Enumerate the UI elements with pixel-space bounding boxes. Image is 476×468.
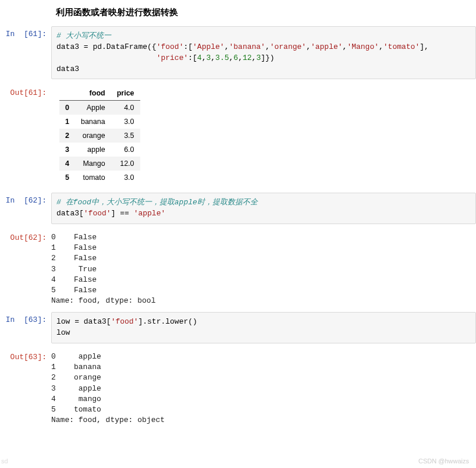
code-string: 'banana' — [229, 42, 265, 51]
code-string: 'food' — [157, 42, 184, 51]
code-text: :[ — [183, 42, 193, 51]
table-row: 3apple6.0 — [59, 143, 140, 157]
cell-61-output: Out[61]: food price 0Apple4.0 1banana3.0… — [0, 85, 476, 187]
table-row: 1banana3.0 — [59, 115, 140, 129]
code-text: low = data3[ — [56, 317, 111, 326]
text-output: 0 apple 1 banana 2 orange 3 apple 4 mang… — [51, 349, 476, 426]
code-number: 12 — [243, 54, 252, 62]
td-food: tomato — [75, 171, 111, 185]
notebook: 利用函数或者映射进行数据转换 In [61]: # 大小写不统一 data3 =… — [0, 0, 476, 443]
td-food: banana — [75, 115, 111, 129]
code-text: ]}) — [261, 54, 274, 62]
td-idx: 4 — [59, 157, 75, 171]
section-heading: 利用函数或者映射进行数据转换 — [56, 7, 476, 18]
cell-62-output: Out[62]: 0 False 1 False 2 False 3 True … — [0, 230, 476, 306]
code-number: 3.5 — [215, 54, 229, 62]
code-text: ].str.lower() — [138, 317, 197, 326]
code-text: low — [56, 328, 70, 337]
td-idx: 0 — [59, 101, 75, 115]
cell-63-input: In [63]: low = data3['food'].str.lower()… — [0, 312, 476, 343]
code-text: data3 = pd.DataFrame({ — [56, 42, 157, 51]
code-text — [56, 54, 157, 62]
code-block[interactable]: # 在food中，大小写不统一，提取apple时，提取数据不全 data3['f… — [51, 193, 476, 224]
table-header-row: food price — [59, 86, 140, 101]
table-row: 4Mango12.0 — [59, 157, 140, 171]
table-row: 2orange3.5 — [59, 129, 140, 143]
cell-63-output: Out[63]: 0 apple 1 banana 2 orange 3 app… — [0, 349, 476, 426]
td-food: orange — [75, 129, 111, 143]
dataframe-table: food price 0Apple4.0 1banana3.0 2orange3… — [59, 86, 140, 185]
in-prompt: In [61]: — [0, 26, 51, 38]
out-prompt: Out[63]: — [0, 349, 51, 361]
table-row: 0Apple4.0 — [59, 101, 140, 115]
td-idx: 2 — [59, 129, 75, 143]
code-string: 'food' — [111, 317, 138, 326]
code-text: ] == — [111, 209, 134, 218]
code-text: data3[ — [56, 209, 84, 218]
th-price: price — [111, 86, 140, 101]
code-string: 'apple' — [134, 209, 166, 218]
cell-62-input: In [62]: # 在food中，大小写不统一，提取apple时，提取数据不全… — [0, 193, 476, 224]
code-text: ], — [420, 42, 429, 51]
out-prompt: Out[61]: — [0, 85, 51, 97]
code-text: , — [379, 42, 383, 51]
code-text: , — [306, 42, 311, 51]
td-idx: 3 — [59, 143, 75, 157]
in-prompt: In [62]: — [0, 193, 51, 205]
code-text: data3 — [56, 65, 79, 73]
code-string: 'apple' — [311, 42, 343, 51]
code-text: , — [265, 42, 270, 51]
code-string: 'Mango' — [347, 42, 379, 51]
td-price: 3.0 — [111, 115, 140, 129]
th-index — [59, 86, 75, 101]
in-prompt: In [63]: — [0, 312, 51, 324]
code-number: 3 — [206, 54, 211, 62]
out-prompt: Out[62]: — [0, 230, 51, 242]
code-string: 'food' — [84, 209, 111, 218]
cell-61-input: In [61]: # 大小写不统一 data3 = pd.DataFrame({… — [0, 26, 476, 79]
code-string: 'tomato' — [383, 42, 420, 51]
code-number: 4 — [197, 54, 202, 62]
td-price: 6.0 — [111, 143, 140, 157]
td-price: 12.0 — [111, 157, 140, 171]
code-string: 'price' — [157, 54, 189, 62]
code-comment: # 大小写不统一 — [56, 31, 111, 40]
code-string: 'orange' — [270, 42, 306, 51]
text-output: 0 False 1 False 2 False 3 True 4 False 5… — [51, 230, 476, 306]
code-comment: # 在food中，大小写不统一，提取apple时，提取数据不全 — [56, 198, 258, 207]
code-block[interactable]: # 大小写不统一 data3 = pd.DataFrame({'food':['… — [51, 26, 476, 79]
code-text: :[ — [188, 54, 197, 62]
td-idx: 5 — [59, 171, 75, 185]
code-number: 6 — [233, 54, 238, 62]
td-price: 3.5 — [111, 129, 140, 143]
code-block[interactable]: low = data3['food'].str.lower() low — [51, 312, 476, 343]
th-food: food — [75, 86, 111, 101]
td-food: Apple — [75, 101, 111, 115]
code-string: 'Apple' — [193, 42, 225, 51]
td-food: Mango — [75, 157, 111, 171]
td-idx: 1 — [59, 115, 75, 129]
table-row: 5tomato3.0 — [59, 171, 140, 185]
td-price: 4.0 — [111, 101, 140, 115]
td-price: 3.0 — [111, 171, 140, 185]
td-food: apple — [75, 143, 111, 157]
